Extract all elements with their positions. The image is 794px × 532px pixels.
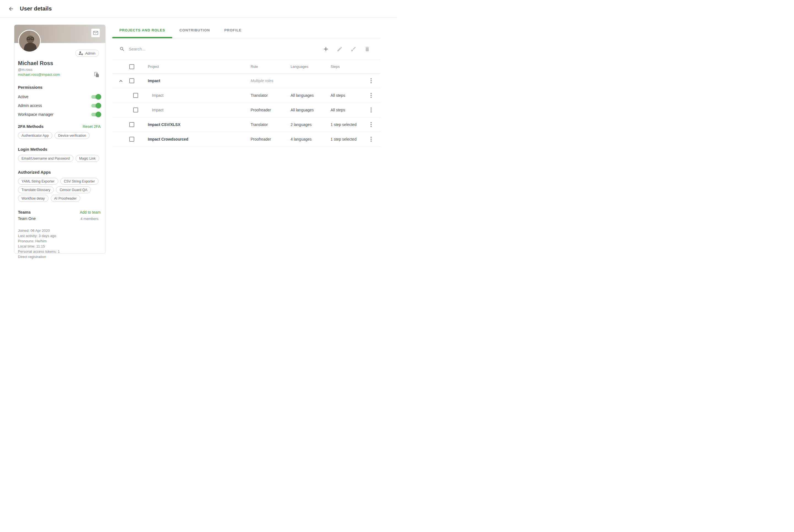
arrow-back-icon — [8, 6, 14, 12]
brush-icon — [351, 46, 357, 52]
steps-cell: 1 step selected — [328, 122, 364, 127]
project-cell: Impact CSV/XLSX — [141, 122, 248, 127]
twofa-heading: 2FA Methods — [18, 124, 43, 129]
app-chip: AI Proofreader — [51, 195, 80, 202]
toggle-label: Active — [18, 95, 29, 99]
search-input[interactable] — [129, 46, 228, 51]
send-email-button[interactable] — [91, 28, 100, 37]
column-header-steps: Steps — [328, 64, 364, 69]
meta-local-time: Local time: 11:15 — [18, 244, 102, 249]
app-chip: Workflow delay — [18, 195, 49, 202]
person-gear-icon — [78, 51, 83, 55]
row-checkbox[interactable] — [129, 137, 134, 142]
teams-heading: Teams — [18, 209, 31, 215]
meta-pronouns: Pronouns: He/him — [18, 239, 102, 244]
project-cell: Impact — [141, 79, 248, 83]
table-row: Impact Translator All languages All step… — [112, 88, 380, 103]
table-row: Impact Crowdsourced Proofreader 4 langua… — [112, 132, 380, 147]
login-methods-heading: Login Methods — [18, 147, 102, 152]
column-header-project: Project — [141, 64, 248, 69]
edit-button[interactable] — [336, 45, 343, 53]
steps-cell: 1 step selected — [328, 137, 364, 141]
project-cell: Impact Crowdsourced — [141, 137, 248, 141]
languages-cell: 2 languages — [288, 122, 328, 127]
table-row: Impact CSV/XLSX Translator 2 languages 1… — [112, 117, 380, 132]
table-toolbar — [112, 38, 380, 60]
role-cell: Proofreader — [248, 108, 288, 112]
delete-icon — [364, 46, 370, 52]
column-header-role: Role — [248, 64, 288, 69]
permissions-heading: Permissions — [18, 84, 102, 90]
permission-row-admin-access: Admin access — [18, 101, 102, 110]
login-method-chip: Magic Link — [76, 155, 99, 162]
chevron-up-icon — [119, 80, 123, 82]
copy-icon — [94, 72, 99, 77]
row-checkbox[interactable] — [129, 122, 134, 127]
user-username: @m.ross — [18, 68, 102, 72]
tab-projects-and-roles[interactable]: PROJECTS AND ROLES — [112, 22, 172, 38]
login-method-chip: Email/Username and Password — [18, 155, 73, 162]
admin-access-toggle[interactable] — [91, 104, 100, 108]
languages-cell: All languages — [288, 108, 328, 112]
twofa-method-chip: Device verification — [55, 132, 90, 139]
tab-bar: PROJECTS AND ROLES CONTRIBUTION PROFILE — [112, 22, 380, 38]
tab-contribution[interactable]: CONTRIBUTION — [172, 22, 217, 38]
avatar — [18, 30, 41, 52]
role-cell: Translator — [248, 93, 288, 98]
row-menu-button[interactable] — [368, 121, 374, 128]
delete-button[interactable] — [364, 45, 371, 53]
back-button[interactable] — [7, 5, 15, 13]
row-menu-button[interactable] — [368, 77, 374, 84]
add-icon — [323, 46, 329, 52]
table-header-row: Project Role Languages Steps — [112, 60, 380, 74]
project-cell: Impact — [141, 93, 248, 98]
steps-cell: All steps — [328, 108, 364, 112]
meta-joined: Joined: 06 Apr 2020 — [18, 228, 102, 233]
role-cell: Multiple roles — [248, 79, 288, 83]
meta-registration: Direct registration — [18, 254, 102, 260]
column-header-languages: Languages — [288, 64, 328, 69]
mail-icon — [93, 31, 98, 35]
page-title: User details — [20, 5, 52, 12]
twofa-method-chip: Authenticator App — [18, 132, 52, 139]
meta-last-activity: Last activity: 3 days ago — [18, 233, 102, 239]
permission-row-workspace-manager: Workspace manager — [18, 110, 102, 119]
workspace-manager-toggle[interactable] — [91, 113, 100, 116]
row-checkbox[interactable] — [133, 93, 138, 98]
team-members-count: 4 members — [80, 217, 98, 221]
row-menu-button[interactable] — [368, 92, 374, 99]
admin-badge[interactable]: Admin — [75, 50, 99, 57]
team-row: Team One 4 members — [18, 216, 102, 221]
clear-button[interactable] — [350, 45, 357, 53]
select-all-checkbox[interactable] — [129, 64, 134, 69]
role-cell: Proofreader — [248, 137, 288, 141]
project-cell: Impact — [141, 108, 248, 112]
reset-2fa-link[interactable]: Reset 2FA — [83, 124, 101, 129]
app-chip: CSV String Exporter — [60, 178, 99, 185]
toggle-label: Workspace manager — [18, 112, 54, 117]
app-chip: YAML String Exporter — [18, 178, 58, 185]
table-row: Impact Multiple roles — [112, 74, 380, 88]
app-chip: Translate Glossary — [18, 186, 54, 193]
active-toggle[interactable] — [91, 95, 100, 99]
table-row: Impact Proofreader All languages All ste… — [112, 103, 380, 117]
languages-cell: 4 languages — [288, 137, 328, 141]
add-button[interactable] — [322, 45, 329, 53]
user-email-link[interactable]: michael.ross@impact.com — [18, 73, 60, 77]
meta-access-tokens: Personal access tokens: 1 — [18, 249, 102, 254]
main-content: PROJECTS AND ROLES CONTRIBUTION PROFILE — [112, 22, 380, 147]
search-icon — [119, 46, 125, 52]
steps-cell: All steps — [328, 93, 364, 98]
row-menu-button[interactable] — [368, 136, 374, 142]
add-to-team-link[interactable]: Add to team — [80, 210, 101, 214]
tab-profile[interactable]: PROFILE — [217, 22, 249, 38]
row-menu-button[interactable] — [368, 107, 374, 113]
row-checkbox[interactable] — [129, 78, 134, 83]
collapse-group-button[interactable] — [118, 78, 124, 84]
team-name: Team One — [18, 216, 36, 221]
copy-email-button[interactable] — [94, 72, 99, 77]
row-checkbox[interactable] — [133, 108, 138, 112]
edit-icon — [337, 46, 343, 52]
app-chip: Censor Guard QA — [56, 186, 91, 193]
languages-cell: All languages — [288, 93, 328, 98]
